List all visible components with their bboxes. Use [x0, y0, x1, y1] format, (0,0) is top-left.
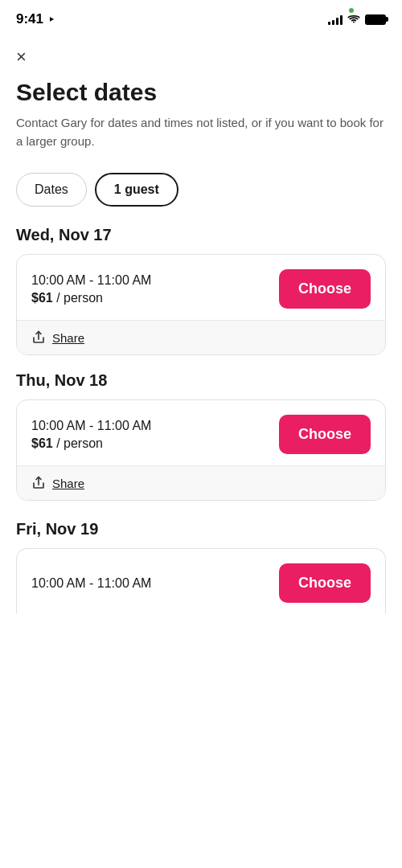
- choose-button-wed[interactable]: Choose: [279, 269, 371, 309]
- slot-card-wed: 10:00 AM - 11:00 AM $61 / person Choose …: [16, 254, 386, 355]
- slot-footer-thu: Share: [17, 465, 385, 500]
- filter-row: Dates 1 guest: [0, 166, 402, 226]
- slot-info-wed: 10:00 AM - 11:00 AM $61 / person: [31, 273, 151, 305]
- close-button[interactable]: ×: [0, 35, 402, 72]
- slot-info-thu: 10:00 AM - 11:00 AM $61 / person: [31, 419, 151, 451]
- slot-main-wed: 10:00 AM - 11:00 AM $61 / person Choose: [17, 255, 385, 320]
- slot-main-thu: 10:00 AM - 11:00 AM $61 / person Choose: [17, 400, 385, 465]
- date-label-thu-nov-18: Thu, Nov 18: [16, 371, 386, 390]
- filter-dates[interactable]: Dates: [16, 173, 87, 207]
- slot-price-thu: $61 / person: [31, 436, 151, 451]
- choose-button-fri[interactable]: Choose: [279, 563, 371, 603]
- share-link-thu[interactable]: Share: [52, 477, 84, 490]
- header: Select dates Contact Gary for dates and …: [0, 72, 402, 166]
- page-title: Select dates: [16, 79, 386, 106]
- slot-time-wed: 10:00 AM - 11:00 AM: [31, 273, 151, 288]
- slot-main-fri: 10:00 AM - 11:00 AM Choose: [17, 549, 385, 614]
- status-icons: [328, 14, 386, 25]
- slot-card-thu: 10:00 AM - 11:00 AM $61 / person Choose …: [16, 399, 386, 501]
- share-icon-wed: [31, 330, 46, 345]
- slot-time-fri: 10:00 AM - 11:00 AM: [31, 576, 151, 591]
- choose-button-thu[interactable]: Choose: [279, 415, 371, 454]
- share-icon-thu: [31, 476, 46, 490]
- date-label-wed-nov-17: Wed, Nov 17: [16, 226, 386, 244]
- date-section-fri-nov-19: Fri, Nov 19 10:00 AM - 11:00 AM Choose: [0, 517, 402, 614]
- date-section-wed-nov-17: Wed, Nov 17 10:00 AM - 11:00 AM $61 / pe…: [0, 226, 402, 371]
- slot-time-thu: 10:00 AM - 11:00 AM: [31, 419, 151, 433]
- filter-guests[interactable]: 1 guest: [95, 173, 178, 207]
- notification-dot: [349, 8, 354, 13]
- status-time: 9:41 ‣: [16, 11, 55, 27]
- slot-info-fri: 10:00 AM - 11:00 AM: [31, 576, 151, 591]
- date-label-fri-nov-19: Fri, Nov 19: [16, 517, 386, 538]
- share-link-wed[interactable]: Share: [52, 331, 84, 345]
- slot-price-wed: $61 / person: [31, 291, 151, 305]
- slot-footer-wed: Share: [17, 320, 385, 354]
- slot-card-fri: 10:00 AM - 11:00 AM Choose: [16, 548, 386, 614]
- wifi-icon: [347, 14, 360, 24]
- subtitle-text: Contact Gary for dates and times not lis…: [16, 114, 386, 150]
- date-section-thu-nov-18: Thu, Nov 18 10:00 AM - 11:00 AM $61 / pe…: [0, 371, 402, 517]
- status-bar: 9:41 ‣: [0, 0, 402, 35]
- battery-icon: [365, 14, 386, 25]
- signal-bars-icon: [328, 14, 343, 25]
